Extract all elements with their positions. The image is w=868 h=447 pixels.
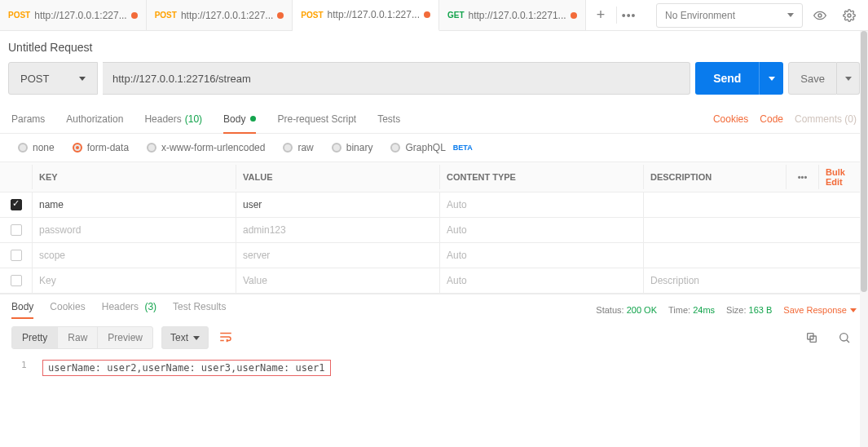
radio-formdata[interactable]: form-data — [73, 142, 129, 153]
tab-headers[interactable]: Headers (10) — [144, 104, 202, 133]
env-preview-button[interactable] — [808, 3, 832, 28]
view-pretty-button[interactable]: Pretty — [12, 327, 58, 348]
scrollbar-thumb[interactable] — [861, 31, 867, 292]
response-body[interactable]: 1 userName: user2,userName: user3,userNa… — [0, 356, 868, 387]
cookies-link[interactable]: Cookies — [713, 113, 748, 125]
contenttype-input[interactable]: Auto — [440, 218, 644, 242]
gear-icon — [843, 9, 856, 22]
tab-prerequest[interactable]: Pre-request Script — [277, 104, 356, 133]
formdata-row-new[interactable]: Key Value Auto Description — [0, 268, 868, 294]
resp-tab-cookies[interactable]: Cookies — [50, 301, 85, 319]
value-input[interactable]: Value — [236, 268, 440, 293]
radio-binary[interactable]: binary — [332, 142, 373, 153]
url-row: POST http://127.0.0.1:22716/stream Send … — [0, 62, 868, 104]
new-tab-button[interactable]: + — [586, 7, 617, 24]
environment-select[interactable]: No Environment — [656, 3, 803, 28]
header-check-cell — [0, 165, 33, 189]
tab-url: http://127.0.0.1:227... — [328, 9, 420, 20]
resp-tab-body[interactable]: Body — [11, 301, 33, 319]
key-input[interactable]: name — [33, 193, 236, 217]
checkbox[interactable] — [11, 199, 22, 210]
url-input[interactable]: http://127.0.0.1:22716/stream — [103, 62, 690, 95]
svg-line-5 — [847, 340, 849, 343]
resp-tab-tests[interactable]: Test Results — [173, 301, 226, 319]
svg-point-4 — [840, 334, 848, 341]
tab-url: http://127.0.0.1:227... — [181, 10, 273, 21]
top-tab-bar: POST http://127.0.0.1:227... POST http:/… — [0, 0, 868, 31]
tabs-overflow-button[interactable]: ••• — [617, 9, 641, 22]
request-tab[interactable]: POST http://127.0.0.1:227... — [147, 0, 293, 30]
tab-authorization[interactable]: Authorization — [66, 104, 123, 133]
method-badge: POST — [155, 11, 177, 20]
header-contenttype: CONTENT TYPE — [440, 165, 644, 189]
response-text[interactable]: userName: user2,userName: user3,userName… — [42, 360, 331, 376]
app-root: POST http://127.0.0.1:227... POST http:/… — [0, 0, 868, 447]
vertical-scrollbar[interactable] — [860, 31, 868, 447]
svg-point-1 — [848, 14, 851, 17]
value-input[interactable]: server — [236, 243, 440, 268]
radio-graphql[interactable]: GraphQLBETA — [390, 142, 472, 153]
svg-point-0 — [818, 14, 822, 17]
tab-body[interactable]: Body — [223, 104, 256, 133]
line-number: 1 — [21, 360, 27, 370]
description-input[interactable] — [644, 218, 868, 242]
description-input[interactable] — [644, 243, 868, 268]
response-tabs: Body Cookies Headers (3) Test Results St… — [0, 294, 868, 319]
radio-label: form-data — [87, 142, 129, 153]
save-dropdown-button[interactable] — [837, 62, 860, 95]
search-icon — [838, 331, 851, 344]
unsaved-dot-icon — [424, 11, 430, 18]
key-input[interactable]: scope — [33, 243, 236, 268]
checkbox[interactable] — [11, 250, 22, 261]
checkbox[interactable] — [11, 224, 22, 236]
send-button[interactable]: Send — [695, 62, 759, 95]
body-type-row: none form-data x-www-form-urlencoded raw… — [0, 134, 868, 162]
comments-link[interactable]: Comments (0) — [795, 113, 857, 125]
view-preview-button[interactable]: Preview — [98, 327, 152, 348]
radio-none[interactable]: none — [18, 142, 55, 153]
view-raw-button[interactable]: Raw — [58, 327, 98, 348]
save-response-button[interactable]: Save Response — [783, 305, 857, 315]
contenttype-input[interactable]: Auto — [440, 193, 644, 217]
format-label: Text — [170, 332, 188, 343]
description-input[interactable] — [644, 193, 868, 217]
format-select[interactable]: Text — [161, 326, 209, 349]
formdata-row[interactable]: scope server Auto — [0, 243, 868, 268]
radio-urlencoded[interactable]: x-www-form-urlencoded — [147, 142, 265, 153]
description-input[interactable]: Description — [644, 268, 868, 293]
save-button[interactable]: Save — [788, 62, 837, 95]
method-select[interactable]: POST — [8, 62, 98, 95]
formdata-row[interactable]: name user Auto — [0, 193, 868, 218]
send-dropdown-button[interactable] — [759, 62, 783, 95]
request-tab[interactable]: POST http://127.0.0.1:227... — [293, 0, 439, 31]
header-more-button[interactable]: ••• — [786, 165, 819, 189]
radio-icon — [390, 143, 400, 153]
request-tab[interactable]: GET http://127.0.0.1:2271... — [439, 0, 586, 30]
value-input[interactable]: admin123 — [236, 218, 440, 242]
radio-raw[interactable]: raw — [283, 142, 313, 153]
settings-button[interactable] — [837, 3, 861, 28]
radio-icon — [332, 143, 341, 153]
copy-button[interactable] — [800, 325, 824, 350]
checkbox[interactable] — [11, 275, 22, 286]
search-button[interactable] — [832, 325, 857, 350]
code-link[interactable]: Code — [760, 113, 783, 125]
method-badge: POST — [301, 11, 323, 20]
tab-params[interactable]: Params — [11, 104, 45, 133]
request-right-links: Cookies Code Comments (0) — [713, 113, 857, 125]
value-input[interactable]: user — [236, 193, 440, 217]
size-value: 163 B — [749, 305, 773, 315]
key-input[interactable]: password — [33, 218, 236, 242]
request-tab[interactable]: POST http://127.0.0.1:227... — [0, 0, 147, 30]
radio-label: raw — [297, 142, 313, 153]
contenttype-input[interactable]: Auto — [440, 268, 644, 293]
caret-down-icon — [79, 77, 86, 81]
formdata-row[interactable]: password admin123 Auto — [0, 218, 868, 243]
resp-headers-count: (3) — [144, 301, 156, 312]
request-title[interactable]: Untitled Request — [0, 38, 868, 62]
wrap-lines-button[interactable] — [218, 330, 233, 347]
key-input[interactable]: Key — [33, 268, 236, 293]
tab-tests[interactable]: Tests — [377, 104, 400, 133]
contenttype-input[interactable]: Auto — [440, 243, 644, 268]
resp-tab-headers[interactable]: Headers (3) — [102, 301, 156, 319]
